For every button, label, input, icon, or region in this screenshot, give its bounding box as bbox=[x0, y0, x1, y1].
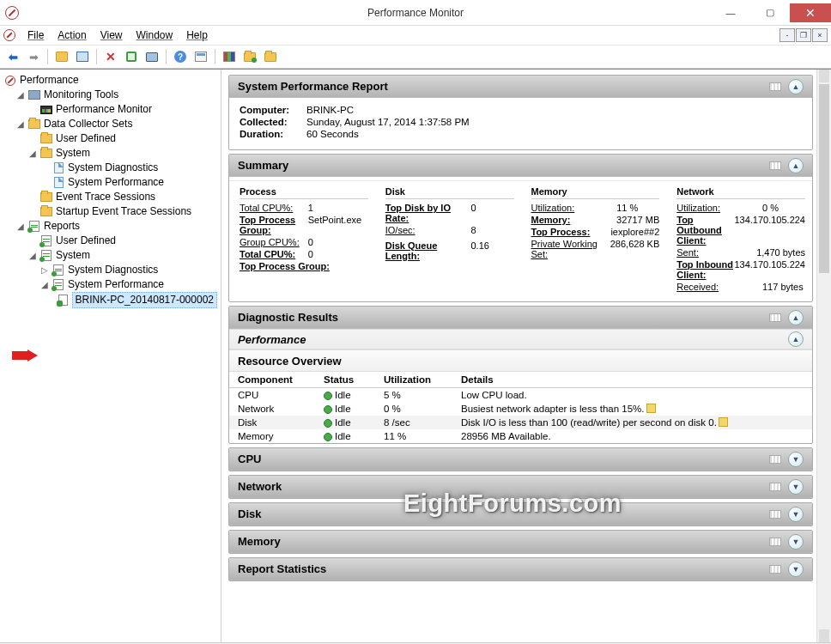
grid-icon bbox=[769, 313, 781, 322]
show-hide-tree-button[interactable] bbox=[73, 47, 92, 66]
edit-icon[interactable] bbox=[719, 417, 728, 427]
vertical-scrollbar[interactable] bbox=[816, 70, 831, 642]
tree-event-trace-sessions[interactable]: Event Trace Sessions bbox=[26, 190, 219, 204]
section-header-stats[interactable]: Report Statistics▼ bbox=[229, 558, 812, 580]
collapse-icon[interactable]: ◢ bbox=[39, 277, 49, 292]
tree-performance-monitor[interactable]: Performance Monitor bbox=[26, 102, 219, 117]
summary-network-col: Network Utilization:0 % Top Outbound Cli… bbox=[666, 181, 812, 296]
section-header-memory[interactable]: Memory▼ bbox=[229, 531, 812, 553]
main-split: Performance ◢Monitoring Tools Performanc… bbox=[0, 69, 831, 642]
collapse-icon[interactable]: ▲ bbox=[788, 331, 804, 347]
section-header-report[interactable]: System Performance Report ▲ bbox=[229, 76, 812, 98]
toolbar-separator bbox=[96, 49, 97, 64]
expand-icon[interactable]: ▼ bbox=[788, 507, 804, 522]
tree-dcs-system-diagnostics[interactable]: System Diagnostics bbox=[38, 161, 219, 175]
expand-icon[interactable]: ▷ bbox=[39, 263, 49, 277]
properties-button[interactable] bbox=[191, 47, 210, 66]
tree-dcs-system[interactable]: ◢System bbox=[26, 146, 219, 161]
grid-icon bbox=[769, 565, 781, 574]
expand-icon[interactable]: ▼ bbox=[788, 479, 804, 495]
mdi-close[interactable]: × bbox=[812, 28, 828, 42]
collapse-icon[interactable]: ◢ bbox=[27, 248, 37, 263]
scroll-thumb[interactable] bbox=[819, 84, 829, 273]
section-header-summary[interactable]: Summary ▲ bbox=[229, 155, 812, 177]
tree-data-collector-sets[interactable]: ◢Data Collector Sets bbox=[14, 117, 219, 131]
tree-pane: Performance ◢Monitoring Tools Performanc… bbox=[0, 70, 221, 642]
toolbar: ⬅ ➡ ✕ ? bbox=[0, 45, 831, 69]
section-header-diag[interactable]: Diagnostic Results ▲ bbox=[229, 307, 812, 329]
collapse-icon[interactable]: ▲ bbox=[788, 158, 804, 173]
tree-reports-system-performance[interactable]: ◢System Performance bbox=[38, 277, 219, 292]
minimize-button[interactable]: — bbox=[711, 3, 750, 22]
edit-icon[interactable] bbox=[646, 404, 656, 413]
grid-icon bbox=[769, 510, 781, 519]
tree-monitoring-tools[interactable]: ◢Monitoring Tools bbox=[14, 88, 219, 102]
up-button[interactable] bbox=[52, 47, 71, 66]
summary-memory-col: Memory Utilization:11 % Memory:32717 MB … bbox=[521, 181, 667, 296]
section-memory: Memory▼ bbox=[228, 530, 813, 554]
collapse-icon[interactable]: ◢ bbox=[27, 146, 37, 161]
tree-reports-user-defined[interactable]: User Defined bbox=[26, 234, 219, 248]
maximize-button[interactable]: ▢ bbox=[750, 3, 790, 22]
window-title: Performance Monitor bbox=[0, 7, 831, 19]
section-header-network[interactable]: Network▼ bbox=[229, 476, 812, 498]
grid-icon bbox=[769, 82, 781, 91]
collapse-icon[interactable]: ▲ bbox=[788, 310, 804, 325]
tree-reports-system-diagnostics[interactable]: ▷System Diagnostics bbox=[38, 263, 219, 277]
content-pane: System Performance Report ▲ Computer:BRI… bbox=[221, 70, 831, 642]
mdi-app-icon[interactable] bbox=[3, 29, 15, 41]
expand-icon[interactable]: ▼ bbox=[788, 534, 804, 550]
window-controls: — ▢ ✕ bbox=[711, 3, 831, 22]
report-info: Computer:BRINK-PC Collected:Sunday, Augu… bbox=[229, 98, 812, 149]
view-folder-button[interactable] bbox=[240, 47, 259, 66]
nav-tree: Performance ◢Monitoring Tools Performanc… bbox=[2, 73, 219, 308]
tree-report-file-selected[interactable]: BRINK-PC_20140817-000002 bbox=[50, 292, 219, 308]
collapse-icon[interactable]: ▲ bbox=[788, 79, 804, 94]
summary-disk-col: Disk Top Disk by IO Rate:0 IO/sec:8 Disk… bbox=[375, 181, 521, 296]
tree-reports[interactable]: ◢Reports bbox=[14, 219, 219, 234]
status-dot-icon bbox=[324, 433, 332, 441]
toolbar-separator bbox=[47, 49, 48, 64]
section-diagnostic-results: Diagnostic Results ▲ Performance ▲ Resou… bbox=[228, 306, 813, 444]
mdi-minimize[interactable]: - bbox=[779, 28, 795, 42]
help-button[interactable]: ? bbox=[171, 47, 190, 66]
section-disk: Disk▼ bbox=[228, 502, 813, 526]
delete-button[interactable]: ✕ bbox=[101, 47, 120, 66]
status-dot-icon bbox=[324, 405, 332, 414]
resource-overview-table: Component Status Utilization Details CPU… bbox=[229, 372, 812, 443]
menu-window[interactable]: Window bbox=[131, 27, 179, 43]
expand-icon[interactable]: ▼ bbox=[788, 562, 804, 577]
menu-help[interactable]: Help bbox=[181, 27, 213, 43]
expand-icon[interactable]: ▼ bbox=[788, 452, 804, 467]
mdi-restore[interactable]: ❐ bbox=[796, 28, 811, 42]
menu-view[interactable]: View bbox=[95, 27, 128, 43]
view-thumb-button[interactable] bbox=[220, 47, 239, 66]
toolbar-separator bbox=[215, 49, 215, 64]
nav-back-button[interactable]: ⬅ bbox=[3, 47, 22, 66]
section-summary: Summary ▲ Process Total CPU%:1 Top Proce… bbox=[228, 154, 813, 302]
toolbar-separator bbox=[166, 49, 167, 64]
collapse-icon[interactable]: ◢ bbox=[15, 219, 25, 234]
nav-forward-button[interactable]: ➡ bbox=[24, 47, 43, 66]
collapse-icon[interactable]: ◢ bbox=[15, 117, 25, 131]
collapse-icon[interactable]: ◢ bbox=[15, 88, 25, 102]
section-header-cpu[interactable]: CPU▼ bbox=[229, 448, 812, 471]
tree-dcs-system-performance[interactable]: System Performance bbox=[38, 175, 219, 190]
menu-file[interactable]: File bbox=[22, 27, 49, 43]
menu-action[interactable]: Action bbox=[52, 27, 91, 43]
section-cpu: CPU▼ bbox=[228, 447, 813, 471]
section-report-statistics: Report Statistics▼ bbox=[228, 557, 813, 581]
subsection-performance[interactable]: Performance ▲ bbox=[229, 329, 812, 349]
section-header-disk[interactable]: Disk▼ bbox=[229, 503, 812, 526]
table-row: NetworkIdle0 %Busiest network adapter is… bbox=[229, 402, 812, 416]
tree-root-performance[interactable]: Performance bbox=[2, 73, 219, 88]
summary-body: Process Total CPU%:1 Top Process Group:S… bbox=[229, 177, 812, 301]
open-folder-button[interactable] bbox=[261, 47, 280, 66]
monitor-button[interactable] bbox=[143, 47, 161, 66]
close-button[interactable]: ✕ bbox=[790, 3, 831, 22]
tree-startup-event-trace-sessions[interactable]: Startup Event Trace Sessions bbox=[26, 204, 219, 219]
tree-dcs-user-defined[interactable]: User Defined bbox=[26, 131, 219, 146]
section-report-header: System Performance Report ▲ Computer:BRI… bbox=[228, 75, 813, 150]
tree-reports-system[interactable]: ◢System bbox=[26, 248, 219, 263]
start-button[interactable] bbox=[122, 47, 141, 66]
